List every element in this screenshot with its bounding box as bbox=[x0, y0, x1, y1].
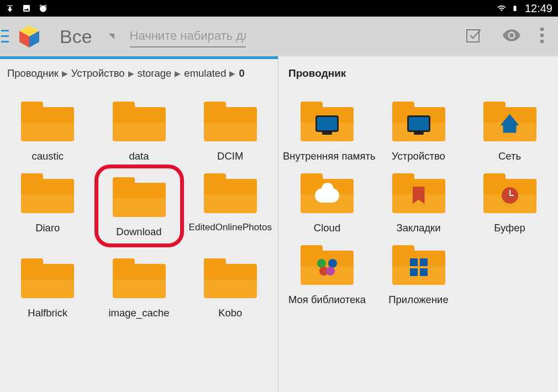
folder-icon bbox=[21, 173, 74, 213]
download-status-icon bbox=[6, 4, 14, 13]
chevron-right-icon: ▶ bbox=[175, 69, 181, 78]
folder-label: image_cache bbox=[108, 307, 169, 319]
folder-item[interactable]: Diaro bbox=[4, 173, 91, 247]
chevron-right-icon: ▶ bbox=[229, 69, 235, 78]
location-label: Приложение bbox=[388, 294, 449, 306]
clock-icon bbox=[502, 187, 518, 204]
location-label: Буфер bbox=[494, 222, 525, 234]
folder-icon bbox=[483, 102, 536, 141]
app-header: Все bbox=[0, 17, 558, 56]
battery-status-icon bbox=[512, 3, 518, 13]
app-logo[interactable] bbox=[10, 17, 49, 56]
folder-label: data bbox=[129, 150, 149, 162]
left-folder-grid: causticdataDCIMDiaroDownloadEditedOnline… bbox=[0, 85, 278, 328]
svg-rect-7 bbox=[540, 28, 544, 31]
folder-label: Diaro bbox=[35, 222, 60, 234]
folder-item[interactable]: Download bbox=[94, 173, 184, 247]
folder-label: Kobo bbox=[218, 307, 242, 319]
folder-label: Download bbox=[113, 226, 166, 238]
folder-icon bbox=[483, 173, 536, 213]
folder-icon bbox=[204, 173, 257, 213]
wifi-status-icon bbox=[496, 4, 507, 13]
svg-rect-2 bbox=[1, 41, 9, 43]
folder-icon bbox=[204, 102, 257, 141]
location-label: Устройство bbox=[392, 150, 445, 162]
chevron-right-icon: ▶ bbox=[62, 69, 68, 78]
svg-rect-1 bbox=[1, 35, 9, 37]
filter-dropdown-icon[interactable] bbox=[109, 34, 114, 39]
folder-item[interactable]: image_cache bbox=[94, 258, 184, 319]
lib-icon bbox=[317, 259, 337, 276]
location-item[interactable]: Закладки bbox=[375, 173, 462, 234]
folder-label: Halfbrick bbox=[28, 307, 67, 319]
breadcrumb-segment[interactable]: Проводник bbox=[7, 67, 59, 80]
folder-item[interactable]: EditedOnlinePhotos bbox=[187, 173, 274, 247]
svg-rect-0 bbox=[1, 30, 9, 31]
cloud-icon bbox=[315, 188, 339, 203]
network-icon bbox=[501, 114, 519, 133]
folder-icon bbox=[204, 258, 257, 298]
location-item[interactable]: Cloud bbox=[283, 173, 371, 234]
monitor-icon bbox=[407, 115, 430, 132]
filter-label[interactable]: Все bbox=[60, 26, 92, 47]
folder-icon bbox=[301, 245, 354, 285]
visibility-button[interactable] bbox=[503, 29, 520, 44]
folder-icon bbox=[392, 245, 445, 285]
alarm-status-icon bbox=[39, 4, 48, 13]
image-status-icon bbox=[22, 4, 31, 13]
location-label: Закладки bbox=[396, 222, 440, 234]
left-pane: Проводник▶Устройство▶storage▶emulated▶0 … bbox=[0, 56, 278, 392]
location-label: Моя библиотека bbox=[288, 294, 366, 306]
folder-label: DCIM bbox=[217, 150, 243, 162]
breadcrumb-segment[interactable]: 0 bbox=[239, 67, 244, 80]
hamburger-menu-button[interactable] bbox=[0, 17, 10, 56]
right-pane-title: Проводник bbox=[278, 56, 558, 85]
folder-item[interactable]: Kobo bbox=[187, 258, 274, 319]
location-item[interactable]: Приложение bbox=[375, 245, 462, 306]
folder-item[interactable]: DCIM bbox=[187, 102, 274, 162]
folder-icon bbox=[113, 258, 166, 298]
location-label: Cloud bbox=[314, 222, 340, 234]
right-pane: Проводник Внутренняя памятьУстройствоСет… bbox=[278, 56, 558, 392]
breadcrumb-segment[interactable]: Устройство bbox=[71, 67, 125, 80]
location-item[interactable]: Внутренняя память bbox=[283, 102, 371, 162]
overflow-menu-button[interactable] bbox=[540, 28, 545, 45]
highlight-annotation: Download bbox=[94, 165, 184, 247]
folder-item[interactable]: Halfbrick bbox=[4, 258, 91, 319]
right-location-grid: Внутренняя памятьУстройствоСетьCloudЗакл… bbox=[278, 85, 558, 315]
svg-rect-9 bbox=[540, 40, 544, 43]
location-item[interactable]: Устройство bbox=[375, 102, 462, 162]
folder-icon bbox=[113, 102, 166, 141]
monitor-icon bbox=[315, 115, 339, 132]
folder-label: EditedOnlinePhotos bbox=[189, 222, 272, 233]
chevron-right-icon: ▶ bbox=[128, 69, 134, 78]
svg-rect-8 bbox=[540, 34, 544, 37]
folder-icon bbox=[113, 177, 166, 217]
location-item[interactable]: Буфер bbox=[466, 173, 554, 234]
main-area: Проводник▶Устройство▶storage▶emulated▶0 … bbox=[0, 56, 558, 392]
location-label: Сеть bbox=[498, 150, 521, 162]
folder-item[interactable]: caustic bbox=[4, 102, 91, 162]
folder-icon bbox=[301, 102, 354, 141]
search-input[interactable] bbox=[130, 25, 246, 47]
select-mode-button[interactable] bbox=[466, 28, 483, 45]
folder-icon bbox=[21, 102, 74, 141]
folder-item[interactable]: data bbox=[94, 102, 184, 162]
bookmark-icon bbox=[413, 187, 425, 204]
android-status-bar: 12:49 bbox=[0, 0, 558, 17]
folder-icon bbox=[21, 258, 74, 298]
breadcrumb-segment[interactable]: storage bbox=[138, 67, 172, 80]
location-item[interactable]: Моя библиотека bbox=[283, 245, 371, 306]
breadcrumb: Проводник▶Устройство▶storage▶emulated▶0 bbox=[0, 56, 278, 85]
folder-icon bbox=[392, 102, 445, 141]
search-box[interactable] bbox=[130, 25, 246, 47]
folder-icon bbox=[301, 173, 354, 213]
folder-icon bbox=[392, 173, 445, 213]
svg-rect-6 bbox=[467, 30, 479, 42]
folder-label: caustic bbox=[31, 150, 64, 162]
location-label: Внутренняя память bbox=[283, 150, 371, 162]
breadcrumb-segment[interactable]: emulated bbox=[184, 67, 226, 80]
location-item[interactable]: Сеть bbox=[466, 102, 554, 162]
apps-icon bbox=[410, 258, 428, 276]
status-time: 12:49 bbox=[525, 2, 552, 15]
